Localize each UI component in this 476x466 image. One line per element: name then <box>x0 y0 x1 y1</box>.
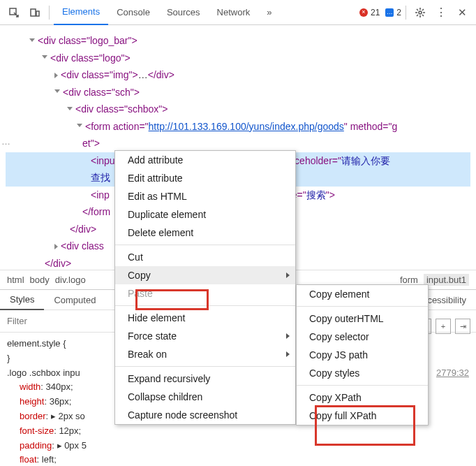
css-prop[interactable]: border <box>20 411 46 421</box>
css-source-link[interactable]: 2779:32 <box>436 366 469 381</box>
new-rule-icon[interactable]: + <box>436 319 451 334</box>
breadcrumb-item[interactable]: form <box>400 275 418 285</box>
expand-toggle[interactable] <box>54 89 60 96</box>
ctx-item-cut[interactable]: Cut <box>115 248 295 266</box>
ctx-item-hide-element[interactable]: Hide element <box>115 309 295 327</box>
svg-rect-1 <box>31 9 36 16</box>
error-badge[interactable]: ×21 <box>359 8 380 17</box>
ctx-item-duplicate-element[interactable]: Duplicate element <box>115 205 295 224</box>
breadcrumb-item[interactable]: div.logo <box>55 275 86 285</box>
css-prop[interactable]: height <box>20 396 44 407</box>
ctx-item-add-attribute[interactable]: Add attribute <box>115 151 295 169</box>
expand-toggle[interactable] <box>42 55 47 61</box>
ctx-item-collapse-children[interactable]: Collapse children <box>115 388 295 406</box>
message-badge[interactable]: …2 <box>385 8 401 17</box>
message-count: 2 <box>396 8 401 17</box>
ctx-item-copy-outerhtml[interactable]: Copy outerHTML <box>297 310 428 328</box>
css-selector[interactable]: .logo .schbox inpu <box>7 367 80 378</box>
dom-node[interactable]: <form action=" <box>85 121 149 132</box>
ctx-item-copy[interactable]: Copy <box>115 266 295 284</box>
breadcrumb-item[interactable]: html <box>7 275 24 285</box>
context-submenu-copy: Copy elementCopy outerHTMLCopy selectorC… <box>296 284 429 425</box>
css-prop[interactable]: padding <box>20 440 52 451</box>
tab-network[interactable]: Network <box>209 0 259 25</box>
error-count: 21 <box>371 8 380 17</box>
ctx-item-copy-xpath[interactable]: Copy XPath <box>297 388 428 407</box>
expand-toggle[interactable] <box>54 244 58 249</box>
breadcrumb-item-current[interactable]: input.but1 <box>424 274 469 286</box>
ctx-item-copy-full-xpath[interactable]: Copy full XPath <box>297 407 428 425</box>
ctx-item-break-on[interactable]: Break on <box>115 345 295 363</box>
context-menu: Add attributeEdit attributeEdit as HTMLD… <box>114 150 296 425</box>
ctx-item-paste[interactable]: Paste <box>115 284 295 303</box>
dom-node[interactable]: <div class="img"> <box>61 69 138 80</box>
ctx-item-edit-as-html[interactable]: Edit as HTML <box>115 187 295 205</box>
css-selector[interactable]: element.style { <box>7 338 66 349</box>
ctx-item-capture-node-screenshot[interactable]: Capture node screenshot <box>115 406 295 424</box>
tab-elements[interactable]: Elements <box>54 0 108 25</box>
css-prop[interactable]: width <box>20 381 40 392</box>
dom-node[interactable]: <div class="sch"> <box>63 87 140 98</box>
tab-sources[interactable]: Sources <box>158 0 209 25</box>
export-icon[interactable]: ⇥ <box>455 319 470 334</box>
devtools-toolbar: Elements Console Sources Network » ×21 …… <box>0 0 476 25</box>
expand-toggle[interactable] <box>67 107 73 113</box>
dom-node[interactable]: <inp <box>91 189 110 201</box>
close-icon[interactable]: ✕ <box>452 3 472 22</box>
ctx-item-copy-element[interactable]: Copy element <box>297 285 428 303</box>
tab-console[interactable]: Console <box>108 0 158 25</box>
expand-toggle[interactable] <box>29 38 35 45</box>
panel-tabs: Elements Console Sources Network » <box>54 0 281 25</box>
ctx-item-delete-element[interactable]: Delete element <box>115 224 295 242</box>
ctx-item-expand-recursively[interactable]: Expand recursively <box>115 370 295 388</box>
css-prop[interactable]: float <box>20 454 37 465</box>
css-prop[interactable]: font-size <box>20 425 54 436</box>
inspect-icon[interactable] <box>4 3 24 22</box>
svg-rect-2 <box>36 11 39 16</box>
ctx-item-copy-js-path[interactable]: Copy JS path <box>297 346 428 364</box>
ellipsis-marker: … <box>1 134 11 150</box>
expand-toggle[interactable] <box>77 124 82 130</box>
gear-icon[interactable] <box>410 3 430 22</box>
svg-point-3 <box>419 11 422 14</box>
dom-node[interactable]: <div class="logo_bar"> <box>38 35 137 46</box>
expand-toggle[interactable] <box>54 73 58 78</box>
separator <box>49 6 50 20</box>
separator <box>406 6 406 20</box>
ctx-item-edit-attribute[interactable]: Edit attribute <box>115 169 295 187</box>
ctx-item-copy-selector[interactable]: Copy selector <box>297 328 428 346</box>
tab-computed[interactable]: Computed <box>44 289 105 310</box>
dom-node[interactable]: <div class <box>61 240 104 252</box>
kebab-icon[interactable]: ⋮ <box>431 3 451 22</box>
dom-node[interactable]: <div class="schbox"> <box>75 103 168 115</box>
tab-styles[interactable]: Styles <box>0 289 44 310</box>
dom-node[interactable]: <div class="logo"> <box>50 52 131 64</box>
breadcrumb-item[interactable]: body <box>30 275 50 285</box>
ctx-item-copy-styles[interactable]: Copy styles <box>297 364 428 382</box>
ctx-item-force-state[interactable]: Force state <box>115 327 295 345</box>
tab-more[interactable]: » <box>258 0 280 25</box>
device-toggle-icon[interactable] <box>25 3 45 22</box>
